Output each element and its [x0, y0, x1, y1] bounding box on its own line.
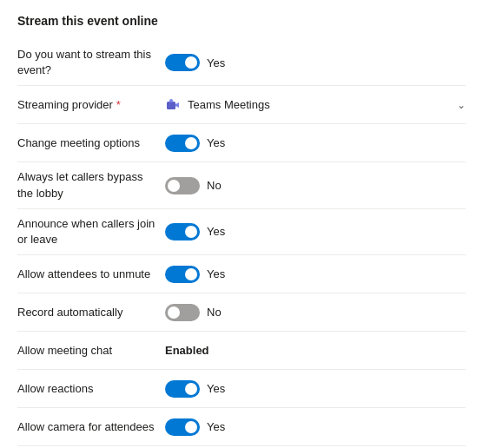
change-meeting-options-toggle-thumb [185, 137, 197, 149]
required-indicator: * [116, 98, 121, 111]
stream-online-value: Yes [165, 54, 466, 71]
meeting-chat-text: Enabled [165, 344, 209, 357]
bypass-lobby-toggle-thumb [168, 180, 180, 192]
bypass-lobby-value: No [165, 177, 466, 194]
change-meeting-options-label: Change meeting options [17, 135, 165, 151]
allow-unmute-toggle[interactable] [165, 266, 200, 283]
camera-attendees-label: Allow camera for attendees [17, 419, 165, 435]
announce-callers-toggle[interactable] [165, 223, 200, 240]
change-meeting-options-toggle-label: Yes [207, 136, 225, 149]
record-automatically-toggle-thumb [168, 306, 180, 319]
camera-attendees-value: Yes [165, 418, 466, 436]
provider-name-text: Teams Meetings [188, 98, 270, 111]
allow-unmute-toggle-label: Yes [207, 267, 225, 280]
allow-unmute-row: Allow attendees to unmute Yes [17, 255, 466, 293]
camera-attendees-toggle[interactable] [165, 418, 200, 436]
meeting-chat-value: Enabled [165, 344, 466, 357]
bypass-lobby-toggle-label: No [207, 179, 222, 192]
announce-callers-value: Yes [165, 223, 466, 240]
bypass-lobby-row: Always let callers bypass the lobby No [17, 162, 466, 208]
camera-attendees-row: Allow camera for attendees Yes [17, 408, 466, 446]
streaming-provider-row: Streaming provider * Teams Meetings ⌄ [17, 86, 466, 124]
meeting-chat-row: Allow meeting chat Enabled [17, 332, 466, 370]
announce-callers-label: Announce when callers join or leave [17, 216, 165, 247]
change-meeting-options-row: Change meeting options Yes [17, 124, 466, 162]
svg-rect-0 [167, 102, 175, 109]
chevron-down-icon[interactable]: ⌄ [457, 99, 466, 111]
stream-online-toggle-thumb [185, 56, 197, 69]
allow-reactions-row: Allow reactions Yes [17, 370, 466, 408]
svg-point-1 [169, 99, 173, 102]
section-title: Stream this event online [17, 14, 466, 28]
meeting-chat-label: Allow meeting chat [17, 343, 165, 359]
announce-callers-toggle-label: Yes [207, 225, 225, 238]
record-automatically-toggle[interactable] [165, 304, 200, 321]
change-meeting-options-value: Yes [165, 135, 466, 152]
stream-online-toggle[interactable] [165, 54, 200, 71]
camera-attendees-toggle-label: Yes [207, 420, 225, 433]
record-automatically-value: No [165, 304, 466, 321]
allow-reactions-toggle-thumb [185, 383, 197, 395]
streaming-provider-label-text: Streaming provider [17, 98, 113, 111]
streaming-provider-value[interactable]: Teams Meetings ⌄ [165, 97, 466, 113]
announce-callers-row: Announce when callers join or leave Yes [17, 209, 466, 255]
rows-container: Do you want to stream this event? Yes St… [17, 40, 466, 448]
teams-meetings-icon [165, 97, 181, 113]
record-automatically-toggle-label: No [207, 306, 222, 319]
bypass-lobby-toggle[interactable] [165, 177, 200, 194]
allow-unmute-label: Allow attendees to unmute [17, 267, 165, 282]
stream-online-toggle-label: Yes [207, 56, 225, 69]
allow-reactions-toggle[interactable] [165, 380, 200, 398]
announce-callers-toggle-thumb [185, 226, 197, 238]
allow-unmute-toggle-thumb [185, 268, 197, 280]
camera-attendees-toggle-thumb [185, 421, 197, 433]
stream-online-label: Do you want to stream this event? [17, 47, 165, 78]
record-automatically-label: Record automatically [17, 305, 165, 320]
record-automatically-row: Record automatically No [17, 293, 466, 332]
allow-reactions-toggle-label: Yes [207, 382, 225, 395]
streaming-provider-label: Streaming provider * [17, 98, 165, 111]
allow-reactions-value: Yes [165, 380, 466, 398]
stream-online-row: Do you want to stream this event? Yes [17, 40, 466, 86]
bypass-lobby-label: Always let callers bypass the lobby [17, 169, 165, 201]
main-container: Stream this event online Do you want to … [0, 0, 483, 448]
allow-reactions-label: Allow reactions [17, 381, 165, 397]
provider-name: Teams Meetings [165, 97, 270, 113]
allow-unmute-value: Yes [165, 266, 466, 283]
change-meeting-options-toggle[interactable] [165, 135, 200, 152]
